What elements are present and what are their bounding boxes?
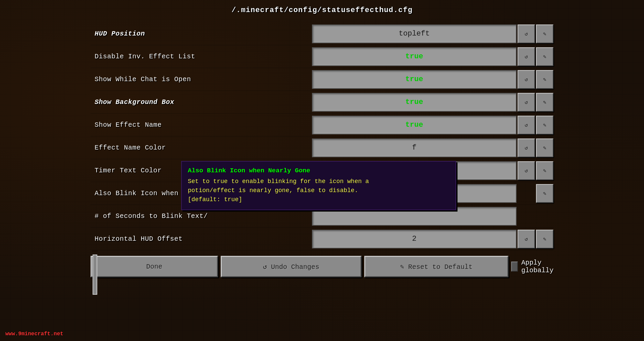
undo-effect-color[interactable]: ↺: [518, 138, 535, 157]
value-h-offset[interactable]: 2: [312, 230, 517, 248]
edit-effect-color[interactable]: ✎: [536, 138, 553, 157]
value-show-effect[interactable]: true: [312, 116, 517, 134]
page-title: /.minecraft/config/statuseffecthud.cfg: [231, 6, 413, 14]
undo-disable-inv[interactable]: ↺: [518, 47, 535, 66]
settings-list: HUD Position topleft ↺ ✎ Disable Inv. Ef…: [91, 22, 553, 250]
tooltip-body: Set to true to enable blinking for the i…: [188, 177, 449, 204]
tooltip-title: Also Blink Icon when Nearly Gone: [188, 167, 449, 174]
scrollbar-thumb[interactable]: [93, 254, 97, 295]
value-container-effect-color: f ↺ ✎: [312, 138, 553, 157]
watermark: www.9minecraft.net: [5, 331, 63, 337]
undo-h-offset[interactable]: ↺: [518, 230, 535, 248]
undo-timer-color[interactable]: ↺: [518, 161, 535, 180]
label-show-chat: Show While Chat is Open: [91, 73, 312, 86]
setting-row-h-offset: Horizontal HUD Offset 2 ↺ ✎: [91, 228, 553, 250]
label-seconds-blink: # of Seconds to Blink Text/: [91, 210, 312, 223]
value-show-chat[interactable]: true: [312, 70, 517, 89]
label-hud-position: HUD Position: [91, 27, 312, 40]
edit-disable-inv[interactable]: ✎: [536, 47, 553, 66]
value-effect-color[interactable]: f: [312, 138, 517, 157]
edit-hud-position[interactable]: ✎: [536, 24, 553, 43]
value-container-show-bg: true ↺ ✎: [312, 93, 553, 112]
tooltip-overlay: Also Blink Icon when Nearly Gone Set to …: [181, 161, 456, 210]
value-container-show-effect: true ↺ ✎: [312, 116, 553, 134]
edit-show-bg[interactable]: ✎: [536, 93, 553, 112]
setting-row-show-chat: Show While Chat is Open true ↺ ✎: [91, 68, 553, 91]
setting-row-show-bg: Show Background Box true ↺ ✎: [91, 91, 553, 114]
setting-row-hud-position: HUD Position topleft ↺ ✎: [91, 22, 553, 45]
setting-row-disable-inv: Disable Inv. Effect List true ↺ ✎: [91, 45, 553, 68]
value-container-h-offset: 2 ↺ ✎: [312, 230, 553, 248]
watermark-text: www.9minecraft.net: [5, 331, 63, 337]
label-effect-color: Effect Name Color: [91, 141, 312, 154]
setting-row-show-effect: Show Effect Name true ↺ ✎: [91, 114, 553, 136]
label-disable-inv: Disable Inv. Effect List: [91, 50, 312, 63]
value-container-show-chat: true ↺ ✎: [312, 70, 553, 89]
value-show-bg[interactable]: true: [312, 93, 517, 112]
setting-row-effect-color: Effect Name Color f ↺ ✎: [91, 136, 553, 159]
apply-globally-label: Apply globally: [521, 259, 557, 274]
undo-hud-position[interactable]: ↺: [518, 24, 535, 43]
edit-blink-icon[interactable]: ✎: [536, 184, 553, 203]
edit-timer-color[interactable]: ✎: [536, 161, 553, 180]
reset-default-button[interactable]: ✎ Reset to Default: [364, 256, 508, 277]
value-disable-inv[interactable]: true: [312, 47, 517, 66]
bottom-bar: Done ↺ Undo Changes ✎ Reset to Default A…: [91, 256, 553, 277]
apply-globally-checkbox[interactable]: [511, 262, 518, 272]
value-hud-position[interactable]: topleft: [312, 24, 517, 43]
edit-show-chat[interactable]: ✎: [536, 70, 553, 89]
value-container-hud-position: topleft ↺ ✎: [312, 24, 553, 43]
edit-h-offset[interactable]: ✎: [536, 230, 553, 248]
done-button[interactable]: Done: [91, 256, 218, 277]
undo-show-chat[interactable]: ↺: [518, 70, 535, 89]
label-h-offset: Horizontal HUD Offset: [91, 232, 312, 245]
scrollbar-track[interactable]: [92, 250, 98, 252]
edit-show-effect[interactable]: ✎: [536, 116, 553, 134]
undo-show-bg[interactable]: ↺: [518, 93, 535, 112]
label-show-bg: Show Background Box: [91, 96, 312, 109]
undo-changes-button[interactable]: ↺ Undo Changes: [221, 256, 362, 277]
apply-globally-container: Apply globally: [511, 259, 557, 274]
value-container-disable-inv: true ↺ ✎: [312, 47, 553, 66]
undo-show-effect[interactable]: ↺: [518, 116, 535, 134]
label-show-effect: Show Effect Name: [91, 118, 312, 131]
